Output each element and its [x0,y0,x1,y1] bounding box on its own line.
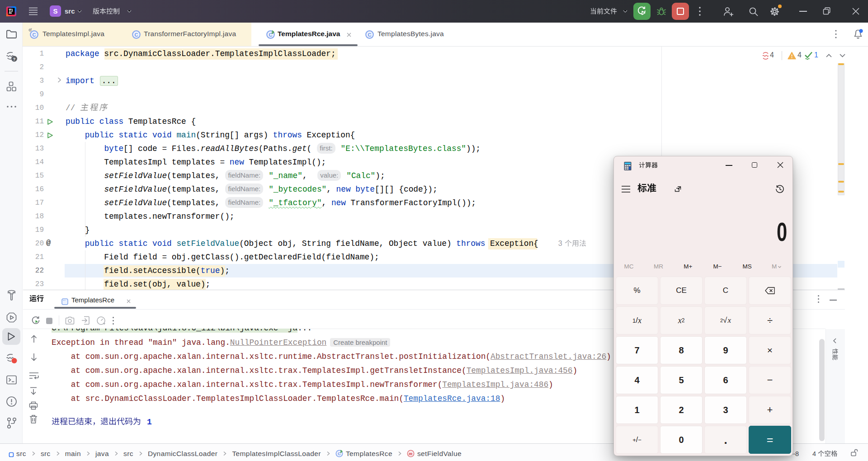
svg-text:C: C [338,451,341,456]
svg-text:m: m [409,451,412,456]
svg-text:C: C [368,32,372,38]
svg-text:?: ? [13,56,16,61]
svg-text:C: C [33,32,36,38]
svg-text:C: C [135,32,138,38]
